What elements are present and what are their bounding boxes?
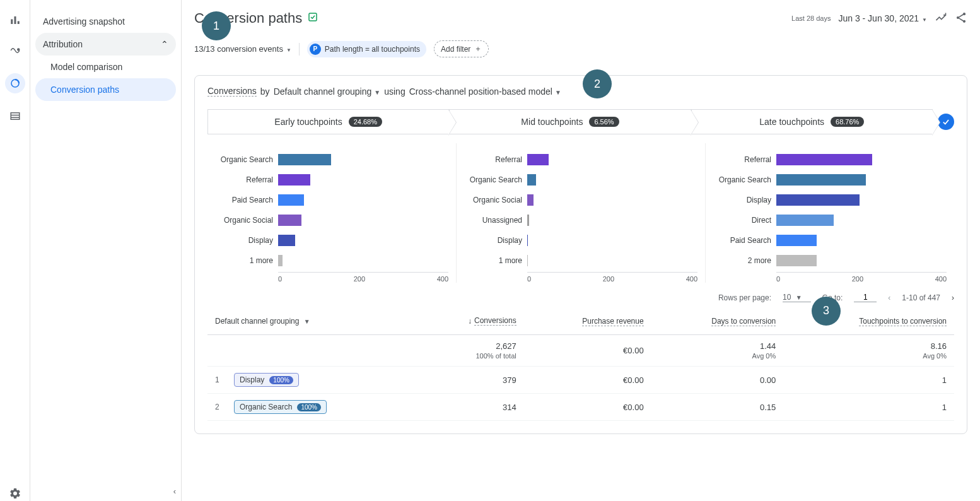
svg-rect-0 bbox=[11, 20, 13, 25]
filter-chip-badge: P bbox=[310, 44, 321, 55]
axis-ticks: 0200400 bbox=[278, 272, 448, 283]
svg-rect-1 bbox=[14, 16, 16, 24]
bar-label: Paid Search bbox=[215, 196, 278, 204]
tab-late-touchpoints[interactable]: Late touchpoints 68.76% bbox=[691, 109, 933, 134]
bar bbox=[776, 174, 866, 186]
chart-column: ReferralOrganic SearchOrganic SocialUnas… bbox=[457, 143, 706, 283]
icon-rail bbox=[0, 0, 30, 501]
filter-chip-path-length[interactable]: P Path length = all touchpoints bbox=[307, 41, 426, 57]
callout-1: 1 bbox=[202, 11, 231, 40]
tab-pct: 68.76% bbox=[831, 117, 864, 127]
rail-advertising-icon[interactable] bbox=[5, 73, 25, 93]
chart-column: ReferralOrganic SearchDisplayDirectPaid … bbox=[706, 143, 954, 283]
insights-icon[interactable] bbox=[935, 11, 947, 26]
bar-label: Unassigned bbox=[464, 216, 527, 225]
bar-row: Display bbox=[464, 232, 697, 249]
table-row[interactable]: 2Organic Search 100% 314 €0.00 0.15 1 bbox=[207, 394, 954, 421]
svg-rect-5 bbox=[11, 113, 20, 120]
bar-label: Referral bbox=[464, 155, 527, 164]
tab-early-touchpoints[interactable]: Early touchpoints 24.68% bbox=[207, 109, 449, 134]
bar bbox=[776, 235, 817, 246]
sidebar-item-conversion-paths[interactable]: Conversion paths bbox=[35, 78, 176, 101]
rail-configure-icon[interactable] bbox=[8, 109, 23, 124]
svg-point-3 bbox=[17, 49, 19, 50]
rail-reports-icon[interactable] bbox=[8, 13, 23, 28]
bar-label: Organic Social bbox=[464, 196, 527, 204]
touchpoint-tabs: Early touchpoints 24.68% Mid touchpoints… bbox=[207, 109, 954, 134]
bar-label: Organic Search bbox=[713, 175, 776, 184]
bar-row: Organic Search bbox=[464, 171, 697, 189]
rail-explore-icon[interactable] bbox=[8, 43, 23, 58]
bar-row: Paid Search bbox=[713, 232, 947, 249]
bar bbox=[278, 215, 301, 226]
tab-pct: 6.56% bbox=[589, 117, 619, 127]
bar-label: 1 more bbox=[215, 256, 278, 265]
channel-chip: Display 100% bbox=[234, 373, 299, 387]
tab-label: Late touchpoints bbox=[759, 117, 824, 127]
bar-row: Organic Social bbox=[464, 191, 697, 209]
bar bbox=[527, 235, 528, 246]
sidebar-label: Advertising snapshot bbox=[43, 16, 125, 27]
filter-chip-text: Path length = all touchpoints bbox=[325, 45, 420, 54]
col-revenue[interactable]: Purchase revenue bbox=[524, 307, 651, 335]
col-touchpoints[interactable]: Touchpoints to conversion bbox=[783, 307, 954, 335]
data-table: Default channel grouping ▼ ↓ Conversions… bbox=[207, 307, 954, 421]
table-row[interactable]: 1Display 100% 379 €0.00 0.00 1 bbox=[207, 367, 954, 394]
sidebar-label: Attribution bbox=[43, 39, 83, 49]
axis-ticks: 0200400 bbox=[527, 272, 697, 283]
sidebar-collapse-icon[interactable]: ‹ bbox=[173, 486, 176, 496]
sidebar-label: Conversion paths bbox=[50, 85, 119, 95]
bar-row: Direct bbox=[713, 211, 947, 229]
grouping-selector[interactable]: Default channel grouping▼ bbox=[274, 86, 381, 97]
svg-rect-8 bbox=[309, 13, 317, 21]
plus-icon: ＋ bbox=[474, 44, 482, 54]
bar-row: Unassigned bbox=[464, 211, 697, 229]
model-selector[interactable]: Cross-channel position-based model▼ bbox=[409, 86, 561, 97]
bar-row: 1 more bbox=[215, 252, 448, 269]
next-page-icon[interactable]: › bbox=[952, 293, 954, 302]
conversion-events-selector[interactable]: 13/13 conversion events bbox=[194, 44, 291, 54]
col-days[interactable]: Days to conversion bbox=[651, 307, 784, 335]
bar-label: Display bbox=[713, 196, 776, 204]
settings-icon[interactable] bbox=[8, 486, 23, 501]
bar bbox=[527, 194, 534, 206]
bar-row: Organic Social bbox=[215, 211, 448, 229]
sidebar-item-model-comparison[interactable]: Model comparison bbox=[35, 56, 176, 78]
bar bbox=[278, 194, 304, 206]
prev-page-icon[interactable]: ‹ bbox=[888, 293, 890, 302]
tab-pct: 24.68% bbox=[349, 117, 382, 127]
bar bbox=[776, 194, 860, 206]
sidebar-section-attribution[interactable]: Attribution ⌃ bbox=[35, 33, 176, 56]
svg-line-12 bbox=[959, 15, 964, 17]
callout-2: 2 bbox=[583, 69, 612, 98]
chevron-up-icon: ⌃ bbox=[161, 39, 168, 49]
bar bbox=[776, 255, 817, 266]
rows-per-page-select[interactable]: 10 ▼ bbox=[783, 293, 811, 302]
bar bbox=[527, 154, 549, 165]
bar bbox=[776, 154, 872, 165]
svg-rect-2 bbox=[17, 21, 19, 25]
metric-selector[interactable]: Conversions bbox=[207, 86, 257, 97]
goto-input[interactable] bbox=[854, 293, 877, 302]
card-title-by: by bbox=[260, 86, 270, 97]
rows-per-page-label: Rows per page: bbox=[718, 293, 771, 302]
col-conversions[interactable]: ↓ Conversions bbox=[418, 307, 523, 335]
add-filter-label: Add filter bbox=[441, 45, 470, 54]
bar bbox=[278, 255, 283, 266]
bar-label: Display bbox=[464, 236, 527, 245]
col-grouping[interactable]: Default channel grouping ▼ bbox=[207, 307, 418, 335]
share-icon[interactable] bbox=[955, 11, 967, 26]
sidebar-item-snapshot[interactable]: Advertising snapshot bbox=[35, 10, 176, 33]
tab-mid-touchpoints[interactable]: Mid touchpoints 6.56% bbox=[449, 109, 691, 134]
add-filter-button[interactable]: Add filter ＋ bbox=[434, 40, 489, 57]
divider bbox=[299, 43, 300, 56]
totals-row: 2,627100% of total €0.00 1.44Avg 0% 8.16… bbox=[207, 335, 954, 367]
charts-row: Organic SearchReferralPaid SearchOrganic… bbox=[207, 143, 954, 283]
bar-row: 2 more bbox=[713, 252, 947, 269]
bar-row: Display bbox=[215, 232, 448, 249]
bar-label: Organic Social bbox=[215, 216, 278, 225]
date-range-selector[interactable]: Jun 3 - Jun 30, 2021 bbox=[838, 13, 927, 23]
date-preset-label: Last 28 days bbox=[791, 15, 831, 22]
bar-row: Organic Search bbox=[713, 171, 947, 189]
bar-row: Paid Search bbox=[215, 191, 448, 209]
